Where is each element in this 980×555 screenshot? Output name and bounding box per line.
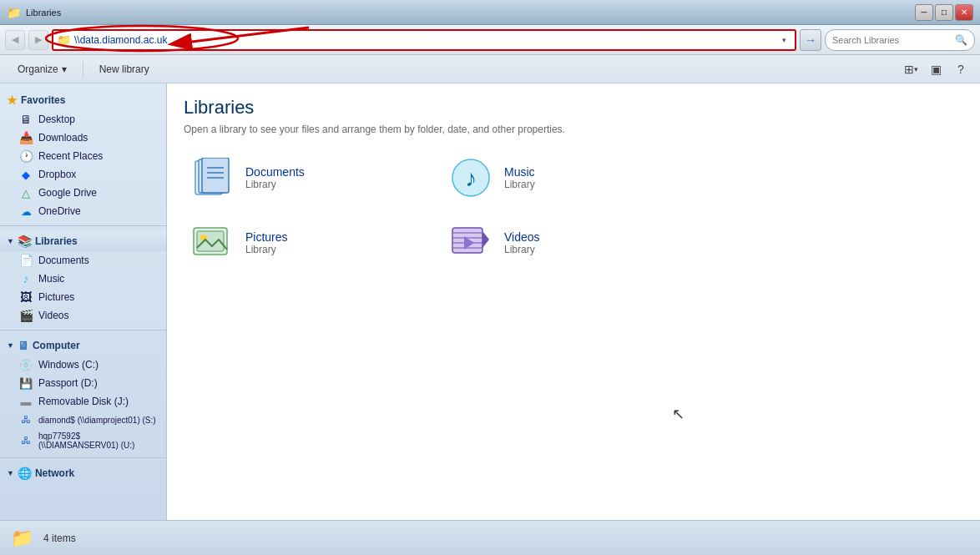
- forward-button[interactable]: ▶: [28, 30, 48, 50]
- content-subtitle: Open a library to see your files and arr…: [184, 124, 963, 135]
- dropbox-icon: ◆: [18, 168, 33, 181]
- music-name: Music: [504, 165, 535, 179]
- search-input[interactable]: [832, 35, 952, 45]
- documents-name: Documents: [245, 165, 305, 179]
- documents-type: Library: [245, 179, 305, 190]
- new-library-button[interactable]: New library: [90, 58, 159, 80]
- sidebar-item-videos[interactable]: 🎬 Videos: [0, 306, 166, 325]
- library-item-music[interactable]: ♪ Music Library: [442, 152, 676, 204]
- libraries-label: Libraries: [35, 235, 78, 247]
- sidebar-item-label: Downloads: [38, 132, 88, 144]
- library-item-pictures[interactable]: Pictures Library: [184, 217, 417, 269]
- sidebar-item-label: Recent Places: [38, 150, 103, 162]
- favorites-header[interactable]: ★ Favorites: [0, 90, 166, 110]
- back-button[interactable]: ◀: [5, 30, 25, 50]
- sidebar-item-music[interactable]: ♪ Music: [0, 270, 166, 288]
- pictures-type: Library: [245, 244, 288, 255]
- organize-label: Organize: [18, 63, 58, 75]
- pane-icon: ▣: [931, 63, 942, 76]
- videos-big-icon: [447, 222, 494, 264]
- help-icon: ?: [957, 63, 964, 76]
- documents-big-icon: [189, 157, 235, 199]
- sidebar-item-passport-d[interactable]: 💾 Passport (D:): [0, 374, 166, 392]
- sidebar-item-documents[interactable]: 📄 Documents: [0, 251, 166, 270]
- search-icon[interactable]: 🔍: [955, 34, 967, 46]
- pictures-icon: 🖼: [18, 290, 33, 304]
- content-title: Libraries: [184, 97, 963, 119]
- organize-dropdown-icon: ▾: [62, 63, 67, 75]
- sidebar-item-pictures[interactable]: 🖼 Pictures: [0, 288, 166, 306]
- organize-button[interactable]: Organize ▾: [8, 58, 76, 80]
- address-dropdown-button[interactable]: ▾: [776, 31, 791, 49]
- libraries-expand-icon: ▼: [7, 237, 14, 245]
- sidebar-item-diamonds-s[interactable]: 🖧 diamond$ (\\diamproject01) (S:): [0, 411, 166, 429]
- go-button[interactable]: →: [800, 29, 821, 51]
- help-button[interactable]: ?: [950, 58, 972, 80]
- sidebar-item-desktop[interactable]: 🖥 Desktop: [0, 110, 166, 129]
- sidebar-divider-1: [0, 225, 166, 226]
- downloads-icon: 📥: [18, 131, 33, 144]
- sidebar-item-dropbox[interactable]: ◆ Dropbox: [0, 165, 166, 184]
- sidebar-item-label: Documents: [38, 255, 89, 266]
- sidebar-item-label: Music: [38, 273, 64, 285]
- sidebar-divider-2: [0, 330, 166, 330]
- sidebar-item-label: hqp77592$ (\\DIAMSANSERV01) (U:): [38, 431, 159, 450]
- sidebar-item-hqp-u[interactable]: 🖧 hqp77592$ (\\DIAMSANSERV01) (U:): [0, 429, 166, 452]
- computer-label: Computer: [33, 340, 80, 351]
- favorites-label: Favorites: [21, 94, 65, 106]
- computer-expand-icon: ▼: [7, 341, 14, 350]
- videos-type: Library: [504, 244, 540, 255]
- network-header[interactable]: ▼ 🌐 Network: [0, 463, 166, 483]
- preview-pane-button[interactable]: ▣: [925, 58, 947, 80]
- address-input[interactable]: [74, 34, 773, 46]
- documents-icon: 📄: [18, 254, 33, 267]
- passport-d-icon: 💾: [18, 376, 33, 390]
- sidebar-item-label: Google Drive: [38, 187, 97, 199]
- minimize-button[interactable]: ─: [915, 4, 933, 21]
- sidebar-item-recent[interactable]: 🕐 Recent Places: [0, 147, 166, 165]
- sidebar-item-downloads[interactable]: 📥 Downloads: [0, 129, 166, 147]
- videos-info: Videos Library: [504, 230, 540, 255]
- title-bar-left: 📁 Libraries: [7, 6, 61, 19]
- sidebar-item-removable-j[interactable]: ▬ Removable Disk (J:): [0, 392, 166, 411]
- title-bar-controls: ─ □ ✕: [915, 4, 973, 21]
- view-options-button[interactable]: ⊞ ▾: [900, 58, 922, 80]
- pictures-big-icon: [189, 222, 235, 264]
- library-item-documents[interactable]: Documents Library: [184, 152, 417, 204]
- sidebar-item-label: diamond$ (\\diamproject01) (S:): [38, 416, 156, 425]
- library-item-videos[interactable]: Videos Library: [442, 217, 676, 269]
- window-icon: 📁: [7, 6, 21, 19]
- maximize-button[interactable]: □: [935, 4, 953, 21]
- computer-header[interactable]: ▼ 🖥 Computer: [0, 336, 166, 356]
- sidebar-item-windows-c[interactable]: 💿 Windows (C:): [0, 356, 166, 374]
- pictures-name: Pictures: [245, 230, 288, 244]
- sidebar: ★ Favorites 🖥 Desktop 📥 Downloads 🕐 Rece…: [0, 83, 167, 520]
- svg-rect-5: [202, 158, 229, 193]
- address-folder-icon: 📁: [57, 33, 71, 47]
- sidebar-item-label: Windows (C:): [38, 359, 99, 371]
- status-bar: 📁 4 items: [0, 520, 980, 555]
- music-icon: ♪: [18, 272, 33, 285]
- pictures-info: Pictures Library: [245, 230, 288, 255]
- libraries-folder-icon: 📚: [18, 235, 32, 248]
- sidebar-item-label: Passport (D:): [38, 377, 98, 389]
- status-count: 4 items: [43, 532, 76, 544]
- network-expand-icon: ▼: [7, 469, 14, 477]
- toolbar-separator: [83, 61, 83, 78]
- libraries-header[interactable]: ▼ 📚 Libraries: [0, 231, 166, 251]
- sidebar-section-favorites: ★ Favorites 🖥 Desktop 📥 Downloads 🕐 Rece…: [0, 90, 166, 220]
- diamonds-s-icon: 🖧: [18, 413, 33, 426]
- search-bar: 🔍: [825, 29, 975, 51]
- sidebar-item-label: OneDrive: [38, 205, 81, 217]
- close-button[interactable]: ✕: [955, 4, 973, 21]
- sidebar-item-onedrive[interactable]: ☁ OneDrive: [0, 202, 166, 220]
- hqp-u-icon: 🖧: [18, 434, 33, 447]
- sidebar-item-label: Removable Disk (J:): [38, 396, 129, 407]
- sidebar-item-googledrive[interactable]: △ Google Drive: [0, 184, 166, 202]
- windows-c-icon: 💿: [18, 358, 33, 371]
- computer-icon: 🖥: [18, 339, 29, 352]
- documents-info: Documents Library: [245, 165, 305, 190]
- sidebar-item-label: Videos: [38, 310, 68, 321]
- view-icon: ⊞: [904, 63, 914, 76]
- title-bar: 📁 Libraries ─ □ ✕: [0, 0, 980, 25]
